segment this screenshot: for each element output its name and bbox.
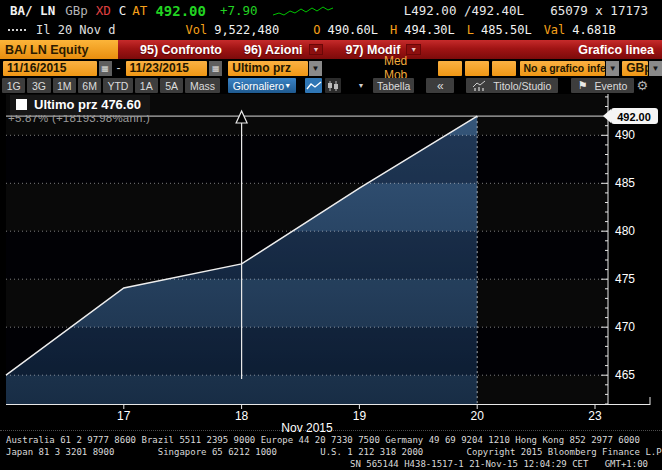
range-1m-button[interactable]: 1M <box>53 78 76 93</box>
at-flag: AT <box>132 3 147 18</box>
background-band <box>6 183 608 231</box>
val-label: Val <box>544 23 566 37</box>
session-date: Il 20 Nov d <box>36 23 115 37</box>
x-tick-label: 17 <box>117 409 131 423</box>
security-tab[interactable]: BA/ LN Equity <box>0 40 118 59</box>
volume-line: Il 20 Nov d Vol 9,522,480 O 490.60L H 49… <box>0 21 662 38</box>
chevron-down-icon: ▼ <box>284 82 291 89</box>
menu-bar: BA/ LN Equity 95) Confronto 96) Azioni▼ … <box>0 40 662 59</box>
sparkline-icon <box>272 4 334 18</box>
x-tick-label: 18 <box>235 409 249 423</box>
c-flag: C <box>119 3 127 18</box>
candle-chart-type-button[interactable] <box>325 78 341 93</box>
range-ytd-button[interactable]: YTD <box>103 78 132 93</box>
event-button[interactable]: ⚑ Evento <box>571 78 635 93</box>
chevron-down-icon[interactable]: ▼ <box>309 61 322 76</box>
price-chart[interactable]: 4654704754804854901718192023Nov 2015492.… <box>0 92 662 432</box>
footer-contacts-line1: Australia 61 2 9777 8600 Brazil 5511 239… <box>0 434 662 446</box>
chevron-down-icon[interactable]: ▼ <box>649 61 662 76</box>
settings-button[interactable]: ⚙ <box>634 78 650 93</box>
quote-line: BA/ LN GBp XD C AT 492.00 +7.90 L492.00 … <box>0 1 662 20</box>
bid-ask-size: 65079 x 17173 <box>550 3 648 18</box>
lower-chart-select[interactable]: No a grafico inferi <box>520 61 606 76</box>
candlestick-icon <box>327 80 339 92</box>
chevron-down-icon: ▼ <box>357 82 364 89</box>
chevron-down-icon[interactable]: ▼ <box>606 61 619 76</box>
x-tick-label: 19 <box>353 409 367 423</box>
price-change: +7.90 <box>220 3 258 18</box>
price-tag-label: 492.00 <box>617 111 651 123</box>
background-band <box>6 135 608 183</box>
high-label: H <box>390 23 397 37</box>
menu-confronto[interactable]: 95) Confronto <box>140 43 222 57</box>
mav-input-2[interactable] <box>465 61 489 76</box>
line-chart-type-button[interactable] <box>305 78 322 93</box>
table-button[interactable]: Tabella <box>373 78 414 93</box>
footer-contacts-line2: Japan 81 3 3201 8900 Singapore 65 6212 1… <box>0 446 662 458</box>
y-tick-label: 465 <box>615 368 635 382</box>
y-tick-label: 480 <box>615 224 635 238</box>
function-title: Grafico linea <box>578 43 654 57</box>
background-band <box>6 231 608 279</box>
mav-input-3[interactable] <box>492 61 516 76</box>
open-value: 490.60L <box>327 23 378 37</box>
date-range-dash: - <box>117 61 121 75</box>
chevron-down-icon: ▼ <box>406 44 421 55</box>
x-tick-label: 23 <box>588 409 602 423</box>
low-label: L <box>467 23 474 37</box>
range-1a-button[interactable]: 1A <box>135 78 158 93</box>
x-tick-label: 20 <box>471 409 485 423</box>
footer-terminal-info: SN 565144 H438-1517-1 21-Nov-15 12:04:29… <box>0 458 662 470</box>
val-value: 4.681B <box>572 23 615 37</box>
flag-icon: ⚑ <box>578 79 588 92</box>
legend-label: Ultimo prz 476.60 <box>34 97 141 112</box>
settings-toolbar: 11/16/2015 ▦ - 11/23/2015 ▦ Ultimo prz ▼… <box>0 60 662 76</box>
line-chart-icon <box>306 80 322 91</box>
currency-select[interactable]: GBp <box>622 61 648 76</box>
range-6m-button[interactable]: 6M <box>78 78 101 93</box>
background-band <box>6 327 608 375</box>
mini-histogram-icon <box>8 29 26 31</box>
menu-azioni[interactable]: 96) Azioni▼ <box>244 43 324 57</box>
date-to-input[interactable]: 11/23/2015 <box>126 61 208 76</box>
background-band <box>6 279 608 327</box>
price-field-select[interactable]: Ultimo prz <box>228 61 308 76</box>
legend-swatch-icon <box>16 99 27 110</box>
title-study-button[interactable]: Titolo/Studio <box>466 78 558 93</box>
open-label: O <box>313 23 320 37</box>
mav-input-1[interactable] <box>438 61 462 76</box>
chevron-down-icon: ▼ <box>309 44 324 55</box>
calendar-icon[interactable]: ▦ <box>99 61 112 76</box>
y-tick-label: 485 <box>615 176 635 190</box>
gear-icon: ⚙ <box>636 78 648 93</box>
chart-type-more-dropdown[interactable]: ▼ <box>355 78 367 93</box>
range-max-button[interactable]: Mass <box>185 78 220 93</box>
footer-divider <box>0 430 662 431</box>
currency-label: GBp <box>65 3 88 18</box>
last-price: 492.00 <box>155 3 206 19</box>
xd-flag: XD <box>96 3 111 18</box>
bid-ask: L492.00 /492.40L <box>404 3 524 18</box>
vol-label: Vol <box>185 23 207 37</box>
low-value: 485.50L <box>481 23 532 37</box>
background-band <box>6 375 608 404</box>
range-5a-button[interactable]: 5A <box>160 78 183 93</box>
ticker: BA/ LN <box>10 3 55 18</box>
collapse-button[interactable]: « <box>426 78 454 93</box>
y-tick-label: 470 <box>615 320 635 334</box>
high-value: 494.30L <box>404 23 455 37</box>
chart-legend: Ultimo prz 476.60 <box>10 95 150 115</box>
date-from-input[interactable]: 11/16/2015 <box>3 61 97 76</box>
y-tick-label: 490 <box>615 128 635 142</box>
y-tick-label: 475 <box>615 272 635 286</box>
range-1g-button[interactable]: 1G <box>2 78 25 93</box>
mini-chart-icon <box>472 80 487 91</box>
vol-value: 9,522,480 <box>214 23 279 37</box>
footer: Australia 61 2 9777 8600 Brazil 5511 239… <box>0 434 662 470</box>
period-dropdown[interactable]: Giornaliero ▼ <box>228 78 296 93</box>
range-3g-button[interactable]: 3G <box>27 78 50 93</box>
calendar-icon[interactable]: ▦ <box>209 61 222 76</box>
